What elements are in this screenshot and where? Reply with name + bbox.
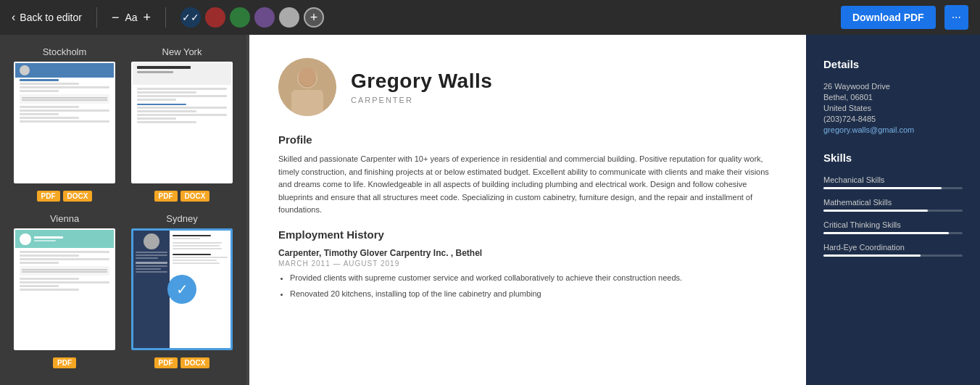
bullet-2: Renovated 20 kitchens, installing top of… (290, 288, 783, 301)
template-vienna-label: Vienna (50, 213, 79, 224)
skill-bar-fill-1 (823, 187, 942, 189)
main-content: Stockholm PDF DOCX (0, 35, 980, 385)
phone: (203)724-8485 (823, 115, 963, 123)
address-line2: Bethel, 06801 (823, 93, 963, 102)
skill-item-2: Mathematical Skills (823, 198, 963, 212)
download-pdf-button[interactable]: Download PDF (841, 6, 936, 29)
back-chevron-icon: ‹ (12, 11, 15, 24)
stockholm-badges: PDF DOCX (37, 191, 93, 202)
employment-section-title: Employment History (278, 228, 783, 241)
font-size-controls: − Aa + (112, 11, 151, 24)
profile-section-title: Profile (278, 133, 783, 146)
template-new-york-thumb[interactable] (131, 62, 233, 183)
color-swatch-red[interactable] (205, 7, 225, 28)
resume-page: Gregory Walls Carpenter Profile Skilled … (249, 35, 980, 385)
template-sydney-label: Sydney (166, 213, 197, 224)
skill-bar-bg-2 (823, 210, 963, 212)
details-section-title: Details (823, 58, 963, 70)
color-swatch-add[interactable]: + (304, 7, 324, 28)
skill-item-1: Mechanical Skills (823, 175, 963, 189)
email: gregory.walls@gmail.com (823, 125, 963, 134)
font-label: Aa (125, 12, 137, 23)
template-panel: Stockholm PDF DOCX (0, 35, 246, 385)
skill-bar-fill-4 (823, 254, 921, 257)
skills-section-title: Skills (823, 152, 963, 164)
bullet-1: Provided clients with supreme customer s… (290, 272, 783, 285)
template-stockholm-thumb[interactable] (14, 62, 115, 183)
job-title: Carpenter, Timothy Glover Carpentry Inc.… (278, 248, 783, 258)
resume-name: Gregory Walls (351, 70, 492, 93)
color-swatch-green[interactable] (230, 7, 250, 28)
resume-header: Gregory Walls Carpenter (278, 58, 783, 116)
template-stockholm-label: Stockholm (43, 46, 87, 57)
separator-2 (165, 7, 166, 28)
stockholm-docx-badge: DOCX (63, 191, 93, 202)
template-sydney-thumb[interactable]: ✓ (131, 228, 233, 350)
skill-bar-bg-4 (823, 254, 963, 257)
separator (96, 7, 97, 28)
skill-name-3: Critical Thinking Skills (823, 220, 963, 229)
top-bar: ‹ Back to editor − Aa + ✓ + Download PDF… (0, 0, 980, 35)
font-decrease-button[interactable]: − (112, 11, 120, 24)
sydney-badges: PDF DOCX (154, 357, 210, 368)
resume-name-area: Gregory Walls Carpenter (351, 70, 492, 104)
svg-point-5 (299, 67, 316, 86)
skill-bar-fill-2 (823, 210, 928, 212)
resume-preview: Gregory Walls Carpenter Profile Skilled … (249, 35, 980, 385)
address-line1: 26 Waywood Drive (823, 82, 963, 91)
color-swatch-blue-dark[interactable]: ✓ (180, 7, 201, 28)
font-increase-button[interactable]: + (144, 11, 151, 24)
skill-name-2: Mathematical Skills (823, 198, 963, 207)
more-options-button[interactable]: ··· (944, 5, 968, 30)
sydney-docx-badge: DOCX (180, 357, 210, 368)
back-label: Back to editor (20, 12, 82, 23)
skill-name-1: Mechanical Skills (823, 175, 963, 184)
avatar-image (278, 58, 336, 116)
resume-avatar (278, 58, 336, 116)
skill-name-4: Hard-Eye Coordination (823, 243, 963, 252)
job-bullets: Provided clients with supreme customer s… (278, 272, 783, 300)
resume-right-column: Details 26 Waywood Drive Bethel, 06801 U… (806, 35, 980, 385)
template-sydney[interactable]: Sydney ✓ (129, 213, 235, 368)
skill-bar-fill-3 (823, 232, 949, 234)
skill-bar-bg-1 (823, 187, 963, 189)
vienna-badges: PDF (53, 357, 76, 368)
sydney-pdf-badge: PDF (154, 357, 178, 368)
job-dates: March 2011 — August 2019 (278, 260, 783, 268)
resume-left-column: Gregory Walls Carpenter Profile Skilled … (249, 35, 806, 385)
resume-job-title: Carpenter (351, 96, 492, 104)
color-swatch-gray[interactable] (279, 7, 299, 28)
template-new-york-label: New York (162, 46, 202, 57)
new-york-pdf-badge: PDF (154, 191, 178, 202)
new-york-badges: PDF DOCX (154, 191, 210, 202)
address-line3: United States (823, 104, 963, 112)
template-vienna[interactable]: Vienna PDF (12, 213, 117, 368)
selected-checkmark: ✓ (167, 275, 196, 304)
new-york-docx-badge: DOCX (180, 191, 210, 202)
vienna-pdf-badge: PDF (53, 357, 76, 368)
checkmark-icon: ✓ (182, 12, 191, 23)
skills-section: Skills Mechanical Skills Mathematical Sk… (823, 152, 963, 257)
skill-item-3: Critical Thinking Skills (823, 220, 963, 234)
back-to-editor-button[interactable]: ‹ Back to editor (12, 11, 82, 24)
profile-text: Skilled and passionate Carpenter with 10… (278, 153, 783, 217)
template-vienna-thumb[interactable] (14, 228, 115, 350)
svg-rect-3 (291, 90, 323, 116)
color-swatch-purple[interactable] (254, 7, 275, 28)
stockholm-pdf-badge: PDF (37, 191, 60, 202)
template-new-york[interactable]: New York PDF DOCX (129, 46, 235, 202)
color-swatches: ✓ + (180, 7, 324, 28)
template-stockholm[interactable]: Stockholm PDF DOCX (12, 46, 117, 202)
skill-bar-bg-3 (823, 232, 963, 234)
skill-item-4: Hard-Eye Coordination (823, 243, 963, 257)
